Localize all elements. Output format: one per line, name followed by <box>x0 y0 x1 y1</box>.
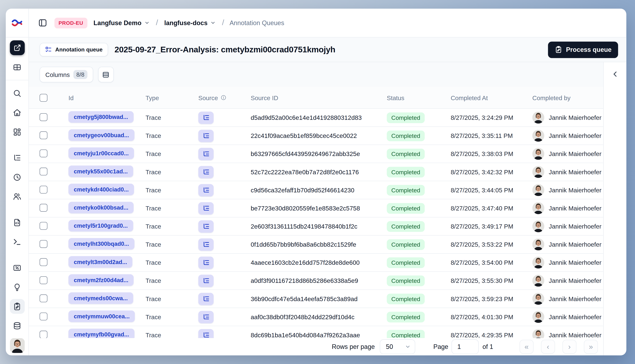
trace-source-button[interactable] <box>198 274 214 287</box>
last-page-button[interactable]: » <box>584 340 598 354</box>
next-page-button[interactable]: › <box>562 340 576 354</box>
row-source-id: be7723e30d8020559fe1e8583e2c5758 <box>251 205 387 212</box>
row-height-button[interactable] <box>98 67 114 82</box>
row-id-badge[interactable]: cmetyg5j800bwad... <box>68 111 133 123</box>
row-id-badge[interactable]: cmetylht300bqad0... <box>68 238 134 250</box>
sidebar-item-playground[interactable] <box>10 234 25 249</box>
row-checkbox[interactable] <box>40 222 48 230</box>
trace-source-button[interactable] <box>198 130 214 142</box>
trace-source-button[interactable] <box>198 148 214 160</box>
sidebar-toggle-button[interactable] <box>36 16 49 29</box>
sidebar-item-table-view[interactable] <box>10 60 25 74</box>
row-checkbox[interactable] <box>40 186 48 194</box>
row-id-badge[interactable]: cmetykdr400ciad0... <box>68 184 134 195</box>
trace-source-button[interactable] <box>198 256 214 268</box>
column-header-completed-at[interactable]: Completed At <box>451 94 532 101</box>
row-select-cell <box>40 204 68 213</box>
user-photo <box>532 329 544 338</box>
column-header-source[interactable]: Source <box>198 94 251 101</box>
row-checkbox[interactable] <box>40 330 48 338</box>
open-in-new-button[interactable] <box>10 40 25 55</box>
previous-page-button[interactable]: ‹ <box>541 340 555 354</box>
column-header-completed-by[interactable]: Completed by <box>532 94 603 101</box>
sidebar-item-home[interactable] <box>10 105 25 120</box>
table-row[interactable]: cmetyju1r00ccad0...Trace b63297665cfd443… <box>29 145 603 163</box>
column-header-type[interactable]: Type <box>145 94 198 101</box>
sidebar-item-insights[interactable] <box>10 280 25 294</box>
process-queue-label: Process queue <box>566 46 612 53</box>
process-queue-button[interactable]: Process queue <box>548 42 618 58</box>
column-header-id[interactable]: Id <box>68 94 145 101</box>
row-checkbox[interactable] <box>40 312 48 320</box>
table-row[interactable]: cmetygeov00buad...Trace 22c41f09acae5b1e… <box>29 127 603 145</box>
user-photo <box>10 338 25 353</box>
table-row[interactable]: cmetyg5j800bwad...Trace d5ad9d52a00c6e14… <box>29 109 603 127</box>
row-checkbox[interactable] <box>40 294 48 302</box>
completed-by-name: Jannik Maierhoefer <box>549 132 601 139</box>
row-checkbox[interactable] <box>40 149 48 157</box>
row-checkbox[interactable] <box>40 276 48 284</box>
row-checkbox[interactable] <box>40 204 48 212</box>
row-checkbox[interactable] <box>40 240 48 248</box>
sidebar-item-evaluation[interactable] <box>10 260 25 275</box>
row-id-badge[interactable]: cmetygeov00buad... <box>68 129 134 141</box>
row-checkbox[interactable] <box>40 131 48 139</box>
table-row[interactable]: cmetyko0k00bsad...Trace be7723e30d802055… <box>29 200 603 218</box>
row-checkbox[interactable] <box>40 113 48 121</box>
trace-source-button[interactable] <box>198 202 214 214</box>
row-id-badge[interactable]: cmetyl5r100grad0... <box>68 220 133 232</box>
langfuse-logo-icon <box>12 18 23 27</box>
table-row[interactable]: cmetymmuw00cea...Trace aaf0c38db0f3f2048… <box>29 308 603 326</box>
user-photo <box>532 275 544 287</box>
sidebar-item-users[interactable] <box>10 189 25 204</box>
row-id-badge[interactable]: cmetyk55x00c1ad... <box>68 166 133 177</box>
first-page-button[interactable]: « <box>520 340 534 354</box>
trace-source-button[interactable] <box>198 238 214 250</box>
trace-source-button[interactable] <box>198 220 214 232</box>
rows-per-page-select[interactable]: 50 <box>380 340 415 354</box>
sidebar-item-dashboards[interactable] <box>10 124 25 139</box>
table-row[interactable]: cmetylt3m00d2ad...Trace 4aaece1603cb2e16… <box>29 254 603 272</box>
trace-source-button[interactable] <box>198 184 214 196</box>
collapse-panel-button[interactable] <box>610 69 620 80</box>
row-id-badge[interactable]: cmetyko0k00bsad... <box>68 202 134 214</box>
trace-source-button[interactable] <box>198 329 214 338</box>
table-row[interactable]: cmetyk55x00c1ad...Trace 52c72c2222ea78e0… <box>29 163 603 181</box>
table-row[interactable]: cmetym2fz00d4ad...Trace a0df3f901167218d… <box>29 272 603 290</box>
trace-source-button[interactable] <box>198 293 214 305</box>
org-switcher[interactable]: Langfuse Demo <box>93 18 151 28</box>
table-row[interactable]: cmetyl5r100grad0...Trace 2e603f31361115d… <box>29 218 603 236</box>
trace-source-button[interactable] <box>198 166 214 178</box>
avatar <box>532 202 544 214</box>
row-id-badge[interactable]: cmetymyfb00gvad... <box>68 329 134 338</box>
page-number-input[interactable] <box>452 340 479 354</box>
row-id-badge[interactable]: cmetymeds00cwa... <box>68 292 133 304</box>
column-header-source-id[interactable]: Source ID <box>251 94 387 101</box>
table-row[interactable]: cmetymeds00cwa...Trace 36b90cdfc47e5da14… <box>29 290 603 308</box>
sidebar-item-sessions[interactable] <box>10 170 25 184</box>
table-row[interactable]: cmetylht300bqad0...Trace 0f1dd65b7bb9bf6… <box>29 236 603 254</box>
row-id-badge[interactable]: cmetym2fz00d4ad... <box>68 274 134 286</box>
row-id-badge[interactable]: cmetyju1r00ccad0... <box>68 148 134 159</box>
trace-source-button[interactable] <box>198 311 214 323</box>
select-all-checkbox[interactable] <box>40 94 48 102</box>
row-status-cell: Completed <box>387 312 451 322</box>
sidebar-item-datasets[interactable] <box>10 318 25 333</box>
sidebar-item-prompts[interactable] <box>10 215 25 230</box>
sidebar-item-annotation-queues[interactable] <box>10 299 25 314</box>
column-header-status[interactable]: Status <box>387 94 451 101</box>
row-checkbox[interactable] <box>40 168 48 175</box>
table-row[interactable]: cmetykdr400ciad0...Trace c9d56ca32efaff1… <box>29 181 603 199</box>
sidebar-item-tracing[interactable] <box>10 150 25 165</box>
row-checkbox[interactable] <box>40 258 48 266</box>
row-id-badge[interactable]: cmetymmuw00cea... <box>68 310 135 322</box>
page-count-label: of 1 <box>483 343 493 350</box>
user-menu-avatar[interactable] <box>10 338 25 353</box>
columns-button[interactable]: Columns 8/8 <box>40 67 93 82</box>
row-status-cell: Completed <box>387 275 451 286</box>
project-switcher[interactable]: langfuse-docs <box>163 18 217 28</box>
table-row[interactable]: cmetymyfb00gvad...Trace 8dc69b1ba1e540b4… <box>29 326 603 338</box>
sidebar-item-search[interactable] <box>10 86 25 100</box>
row-id-badge[interactable]: cmetylt3m00d2ad... <box>68 256 132 268</box>
trace-source-button[interactable] <box>198 112 214 124</box>
